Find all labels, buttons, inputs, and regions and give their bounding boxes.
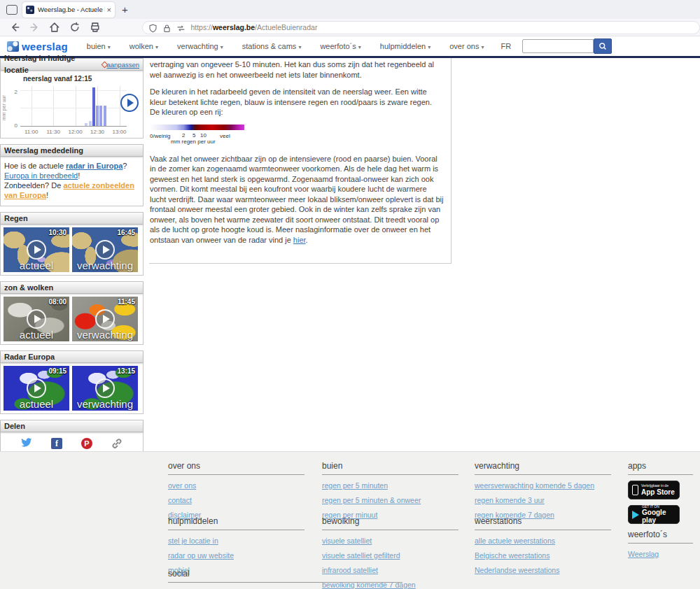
footer-link[interactable]: radar op uw website	[168, 551, 308, 560]
share-link-icon[interactable]	[111, 438, 122, 449]
app-store-badge[interactable]: Verkrijgbaar in deApp Store	[628, 481, 680, 499]
regen-actueel-thumb[interactable]: 10:30 actueel	[4, 227, 69, 272]
paragraph-kleuren: De kleuren in het radarbeeld geven de in…	[150, 87, 444, 118]
section-zon-wolken: zon & wolken 08:00 actueel 11:45 verwach…	[0, 281, 144, 345]
section-header-locatie: Neerslag in huidige locatie aanpassen	[1, 59, 143, 71]
hier-link[interactable]: hier	[293, 236, 306, 244]
zon-wolken-verwachting-thumb[interactable]: 11:45 verwachting	[72, 297, 138, 341]
home-icon[interactable]	[49, 22, 60, 33]
site-favicon	[26, 6, 34, 14]
radar-europa-verwachting-thumb[interactable]: 13:15 verwachting	[72, 366, 138, 411]
footer-link[interactable]: regen per 5 minuten & onweer	[322, 496, 462, 504]
weerslag-fotos-link[interactable]: Weerslag	[628, 550, 694, 558]
google-play-badge[interactable]: GET IT ONGoogle play	[628, 505, 680, 524]
nav-item-verwachting[interactable]: verwachting	[177, 42, 223, 50]
chart-bar	[96, 106, 99, 126]
footer-link[interactable]: alle actuele weerstations	[475, 537, 615, 545]
chart-ylabel: mm per uur	[1, 86, 6, 129]
browser-toolbar: https://weerslag.be/ActueleBuienradar	[0, 19, 700, 36]
play-triangle-icon	[632, 511, 639, 519]
radar-europa-link[interactable]: radar in Europa	[66, 162, 122, 170]
regen-verwachting-thumb[interactable]: 16:45 verwachting	[72, 227, 138, 272]
intensity-color-legend: 0/weinig 2 5 10 veel mm regen per uur	[150, 125, 255, 146]
pinterest-icon[interactable]	[81, 438, 92, 449]
footer-heading: bewolking	[322, 516, 458, 530]
footer-link[interactable]: Nederlandse weerstations	[475, 566, 615, 574]
radar-europa-actueel-thumb[interactable]: 09:15 actueel	[4, 366, 69, 411]
search-input[interactable]	[522, 39, 594, 53]
zon-wolken-actueel-thumb[interactable]: 08:00 actueel	[4, 297, 69, 341]
shield-icon[interactable]	[148, 23, 158, 32]
play-overlay-icon	[95, 309, 115, 329]
footer-link[interactable]: visuele satelliet	[322, 537, 462, 545]
language-switch-fr[interactable]: FR	[500, 42, 511, 50]
section-mededeling: Weerslag mededeling Hoe is de actuele ra…	[0, 144, 144, 206]
firefox-view-icon[interactable]	[6, 5, 18, 15]
nav-item-stations-cams[interactable]: stations & cams	[242, 42, 302, 50]
back-icon[interactable]	[9, 22, 20, 33]
url-bar[interactable]: https://weerslag.be/ActueleBuienradar	[142, 21, 700, 34]
footer-col-verwachting: verwachting weersverwachting komende 5 d…	[475, 461, 615, 519]
footer-link[interactable]: visuele satelliet gefilterd	[322, 551, 462, 560]
nav-item-buien[interactable]: buien	[87, 42, 111, 50]
radar-europa-title: Radar Europa	[4, 351, 55, 363]
nav-item-over-ons[interactable]: over ons	[449, 42, 484, 50]
thumb-time: 13:15	[117, 367, 135, 375]
paragraph-onweer: Vaak zal het onweer zichtbaar zijn op de…	[150, 154, 444, 246]
twitter-icon[interactable]	[21, 438, 32, 449]
legend-label-veel: veel	[220, 132, 230, 142]
footer-link[interactable]: Belgische weerstations	[475, 551, 615, 560]
ytick-2: 2	[9, 89, 18, 95]
footer-link[interactable]: regen komende 3 uur	[475, 496, 615, 504]
footer-link[interactable]: weersverwachting komende 5 dagen	[475, 481, 615, 490]
search-button[interactable]	[594, 38, 612, 54]
chart-plot-area: 11:0011:3012:0012:3013:00	[20, 86, 127, 127]
reload-icon[interactable]	[69, 22, 80, 33]
delen-title: Delen	[4, 420, 25, 432]
play-overlay-icon	[27, 240, 46, 260]
footer-link[interactable]: regen per 5 minuten	[322, 481, 462, 490]
section-regen: Regen 10:30 actueel 16:45 verwachting	[0, 212, 144, 276]
sidebar: Neerslag in huidige locatie aanpassen ne…	[0, 58, 144, 462]
browser-tab[interactable]: Weerslag.be - Actuele buienrad ×	[22, 2, 115, 17]
play-overlay-icon	[95, 240, 115, 260]
lock-icon[interactable]	[162, 23, 172, 32]
europa-breedbeeld-link[interactable]: Europa in breedbeeld	[4, 171, 78, 180]
footer-link[interactable]: over ons	[168, 481, 308, 490]
chart-bar	[89, 121, 92, 127]
facebook-icon[interactable]	[51, 438, 62, 449]
forward-icon[interactable]	[29, 22, 41, 33]
section-header-mededeling: Weerslag mededeling	[1, 145, 143, 157]
ytick-0: 0	[9, 122, 18, 129]
footer-heading: verwachting	[475, 461, 611, 475]
print-icon[interactable]	[90, 22, 101, 33]
thumb-time: 10:30	[48, 229, 66, 236]
thumb-label: actueel	[4, 329, 69, 341]
play-overlay-icon	[27, 378, 46, 398]
footer-heading-weerfotos: weerfoto´s	[628, 530, 693, 544]
chart-bar	[104, 106, 106, 126]
nav-item-hulpmiddelen[interactable]: hulpmiddelen	[380, 42, 430, 50]
weerslag-logo-text: weerslag	[22, 41, 68, 52]
precipitation-chart: neerslag vanaf 12:15 mm per uur 2 0 11:0…	[1, 71, 143, 138]
footer-col-apps: apps Verkrijgbaar in deApp Store GET IT …	[628, 461, 694, 558]
site-logo[interactable]: weerslag	[7, 41, 68, 52]
aanpassen-link[interactable]: aanpassen	[107, 59, 139, 71]
footer-link[interactable]: contact	[168, 496, 308, 504]
footer-link[interactable]: stel je locatie in	[168, 537, 308, 545]
tab-close-icon[interactable]: ×	[107, 6, 111, 14]
footer-col-weerstations: weerstations alle actuele weerstations B…	[475, 516, 615, 574]
chart-play-button[interactable]	[120, 94, 139, 112]
thumb-time: 09:15	[48, 367, 66, 375]
permissions-icon[interactable]	[176, 23, 186, 32]
url-text: https://weerslag.be/ActueleBuienradar	[190, 23, 317, 31]
nav-item-weerfotos[interactable]: weerfoto´s	[320, 42, 360, 50]
footer-col-buien: buien regen per 5 minuten regen per 5 mi…	[322, 461, 462, 519]
phone-icon	[632, 485, 638, 495]
nav-item-wolken[interactable]: wolken	[130, 42, 158, 50]
legend-label-weinig: 0/weinig	[150, 132, 170, 142]
new-tab-button[interactable]: +	[122, 3, 128, 15]
footer-col-hulpmiddelen: hulpmiddelen stel je locatie in radar op…	[168, 516, 308, 574]
footer-col-over-ons: over ons over ons contact disclaimer	[168, 461, 308, 519]
zon-wolken-title: zon & wolken	[4, 282, 53, 294]
